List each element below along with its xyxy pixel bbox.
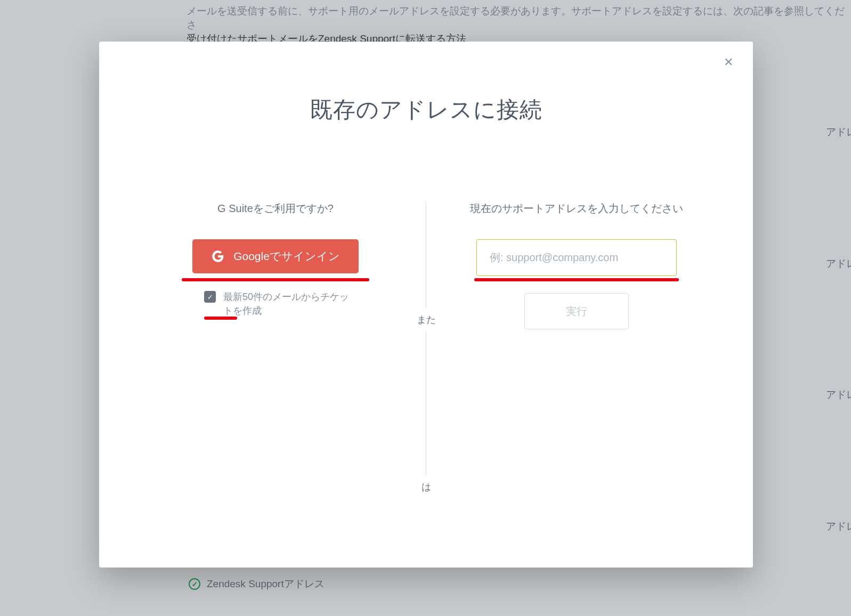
close-button[interactable]: ✕ <box>722 56 735 69</box>
modal-columns: G Suiteをご利用ですか? Googleでサインイン ✓ 最新50件のメール… <box>99 201 753 499</box>
execute-button[interactable]: 実行 <box>524 293 629 329</box>
checkbox-wrap: ✓ 最新50件のメールからチケットを作成 <box>192 281 359 320</box>
execute-button-label: 実行 <box>566 305 587 317</box>
divider-line-top <box>426 201 426 308</box>
gsuite-subtitle: G Suiteをご利用ですか? <box>217 201 334 216</box>
google-icon <box>211 249 225 263</box>
create-tickets-checkbox-row[interactable]: ✓ 最新50件のメールからチケットを作成 <box>192 290 359 318</box>
annotation-underline-2 <box>204 317 237 320</box>
support-address-subtitle: 現在のサポートアドレスを入力してください <box>470 201 683 216</box>
divider-line-mid <box>426 331 426 475</box>
annotation-underline-3 <box>474 278 679 281</box>
divider-word-2: は <box>422 475 431 499</box>
google-signin-label: Googleでサインイン <box>233 249 340 264</box>
right-column: 現在のサポートアドレスを入力してください 実行 <box>453 201 701 499</box>
checkbox-checked-icon[interactable]: ✓ <box>204 291 216 303</box>
divider-word-1: また <box>417 308 436 331</box>
create-tickets-checkbox-label: 最新50件のメールからチケットを作成 <box>223 290 351 318</box>
connect-address-modal: ✕ 既存のアドレスに接続 G Suiteをご利用ですか? Googleでサインイ… <box>99 42 753 568</box>
left-column: G Suiteをご利用ですか? Googleでサインイン ✓ 最新50件のメール… <box>152 201 400 499</box>
support-email-input[interactable] <box>476 239 677 276</box>
close-icon: ✕ <box>724 55 733 69</box>
column-divider: また は <box>400 201 453 499</box>
google-signin-button[interactable]: Googleでサインイン <box>192 239 359 273</box>
modal-title: 既存のアドレスに接続 <box>99 95 753 125</box>
